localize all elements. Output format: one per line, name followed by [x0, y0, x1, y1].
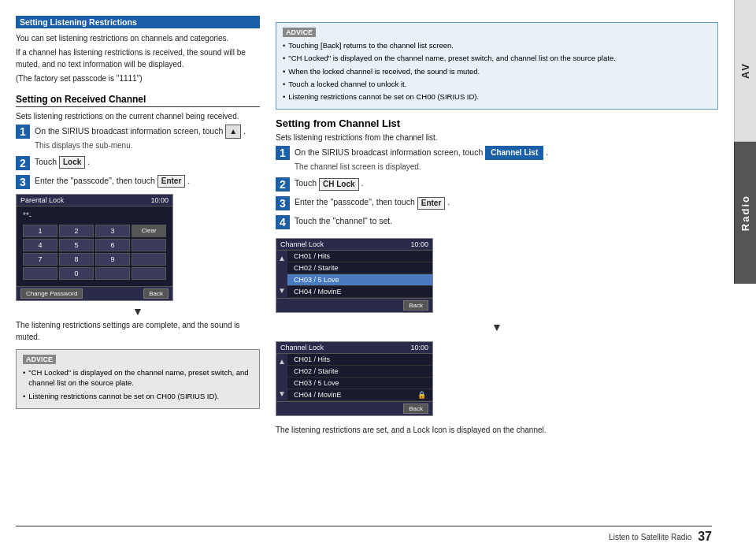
- num-1[interactable]: 1: [23, 225, 57, 237]
- right-step-2: 2 Touch CH Lock .: [276, 177, 718, 192]
- num-empty-2: [132, 253, 166, 266]
- num-7[interactable]: 7: [23, 253, 57, 266]
- parental-lock-screen: Parental Lock 10:00 **- 1 2 3 Clear 4 5 …: [16, 194, 173, 301]
- r-period-3: .: [447, 197, 450, 206]
- num-4[interactable]: 4: [23, 239, 57, 251]
- intro-text-2: If a channel has listening restrictions …: [16, 46, 260, 70]
- step-number-3: 3: [16, 175, 30, 189]
- right-step-content-1: On the SIRIUS broadcast information scre…: [295, 146, 718, 173]
- num-9[interactable]: 9: [95, 253, 130, 266]
- screen-bottom-back-button[interactable]: Back: [403, 404, 428, 414]
- parental-back-button[interactable]: Back: [143, 288, 169, 299]
- num-6[interactable]: 6: [95, 239, 130, 251]
- step-number-1: 1: [16, 125, 30, 139]
- ch02-name-top: CH02 / Starite: [294, 264, 339, 272]
- period-3: .: [187, 176, 190, 185]
- left-advice-text-1: "CH Locked" is displayed on the channel …: [28, 367, 253, 389]
- subsection-desc: Sets listening restrictions on the curre…: [16, 110, 260, 122]
- num-8[interactable]: 8: [59, 253, 94, 266]
- r-bullet-2: •: [283, 53, 285, 63]
- right-advice-text-2: "CH Locked" is displayed on the channel …: [288, 53, 616, 63]
- ch02-name-bottom: CH02 / Starite: [294, 367, 339, 375]
- screen-top-header: Channel Lock 10:00: [276, 239, 432, 251]
- down-arrow-right: ▼: [276, 321, 718, 333]
- subsection-header: Setting on Received Channel: [16, 94, 260, 107]
- channel-lock-screen-top: Channel Lock 10:00 ▲ ▼ CH01 / Hits: [276, 238, 433, 313]
- parental-time: 10:00: [150, 196, 169, 204]
- right-step-number-2: 2: [276, 177, 290, 192]
- right-section-desc: Sets listening restrictions from the cha…: [276, 132, 718, 143]
- bullet-2: •: [23, 391, 25, 401]
- channel-list-button[interactable]: Channel List: [485, 146, 543, 160]
- right-step-number-3: 3: [276, 196, 290, 210]
- channel-row-ch03-bottom[interactable]: CH03 / 5 Love: [287, 378, 432, 389]
- right-advice-box: ADVICE • Touching [Back] returns to the …: [276, 22, 718, 110]
- intro-text-3: (The factory set passcode is "1111"): [16, 73, 260, 84]
- up-nav-icon-b[interactable]: ▲: [278, 357, 286, 366]
- right-advice-item-1: • Touching [Back] returns to the channel…: [283, 40, 711, 50]
- channel-row-ch02-bottom[interactable]: CH02 / Starite: [287, 366, 432, 378]
- left-advice-box: ADVICE • "CH Locked" is displayed on the…: [16, 349, 260, 409]
- channel-row-ch03-top[interactable]: CH03 / 5 Love: [287, 274, 432, 286]
- num-2[interactable]: 2: [59, 225, 94, 237]
- screen-bottom-header: Channel Lock 10:00: [276, 342, 432, 354]
- right-step-content-4: Touch the "channel" to set.: [295, 215, 718, 227]
- right-step-3: 3 Enter the "passcode", then touch Enter…: [276, 196, 718, 210]
- bottom-bar: Listen to Satellite Radio 37: [16, 526, 712, 544]
- step-sub-1: This displays the sub-menu.: [35, 140, 260, 151]
- ch01-name-top: CH01 / Hits: [294, 252, 330, 260]
- channel-row-ch04-bottom[interactable]: CH04 / MovinE 🔒: [287, 389, 432, 401]
- right-step-text-2: Touch: [295, 178, 319, 188]
- page-container: Setting Listening Restrictions You can s…: [0, 0, 756, 558]
- after-screen-text: The listening restrictions settings are …: [16, 319, 260, 343]
- up-nav-icon[interactable]: ▲: [278, 254, 286, 262]
- screen-top-body: ▲ ▼ CH01 / Hits CH02 / Starite: [276, 251, 432, 298]
- side-tabs: AV Radio: [734, 0, 756, 558]
- channel-row-ch01-bottom[interactable]: CH01 / Hits: [287, 354, 432, 366]
- ch03-name-top: CH03 / 5 Love: [294, 276, 339, 284]
- period-1: .: [243, 126, 246, 136]
- left-step-1: 1 On the SIRIUS broadcast information sc…: [16, 125, 260, 151]
- step-text-3: Enter the "passcode", then touch: [35, 176, 158, 185]
- num-3[interactable]: 3: [95, 225, 130, 237]
- channel-row-ch01-top[interactable]: CH01 / Hits: [287, 251, 432, 262]
- enter-button-right[interactable]: Enter: [417, 197, 446, 210]
- num-5[interactable]: 5: [59, 239, 94, 251]
- tab-av[interactable]: AV: [734, 0, 756, 142]
- channel-row-ch04-top[interactable]: CH04 / MovinE: [287, 286, 432, 298]
- r-bullet-1: •: [283, 40, 285, 50]
- step-content-2: Touch Lock .: [35, 156, 260, 169]
- period-2: .: [87, 157, 90, 166]
- channel-row-ch02-top[interactable]: CH02 / Starite: [287, 262, 432, 274]
- content-columns: Setting Listening Restrictions You can s…: [16, 16, 718, 534]
- parental-footer: Change Password Back: [17, 286, 172, 300]
- screen-top-time: 10:00: [410, 240, 428, 248]
- tab-radio[interactable]: Radio: [734, 142, 756, 284]
- left-advice-item-2: • Listening restrictions cannot be set o…: [23, 391, 253, 401]
- change-password-button[interactable]: Change Password: [20, 288, 83, 299]
- lock-button[interactable]: Lock: [59, 156, 85, 169]
- right-advice-item-2: • "CH Locked" is displayed on the channe…: [283, 53, 711, 63]
- ch03-name-bottom: CH03 / 5 Love: [294, 379, 339, 387]
- left-advice-item-1: • "CH Locked" is displayed on the channe…: [23, 367, 253, 389]
- channel-screens-container: Channel Lock 10:00 ▲ ▼ CH01 / Hits: [276, 234, 718, 317]
- down-nav-icon-b[interactable]: ▼: [278, 389, 286, 398]
- ch-lock-button[interactable]: CH Lock: [319, 178, 359, 191]
- enter-button-left[interactable]: Enter: [158, 175, 186, 188]
- num-0[interactable]: 0: [59, 267, 94, 280]
- nav-arrows-left: ▲ ▼: [276, 251, 287, 298]
- down-nav-icon[interactable]: ▼: [278, 286, 286, 295]
- clear-button[interactable]: Clear: [132, 225, 166, 237]
- right-advice-item-4: • Touch a locked channel to unlock it.: [283, 79, 711, 89]
- right-step-text-3: Enter the "passcode", then touch: [295, 197, 417, 206]
- screen-top-back-button[interactable]: Back: [403, 300, 428, 311]
- right-advice-header: ADVICE: [283, 28, 316, 37]
- tab-av-label: AV: [739, 62, 751, 79]
- main-content: Setting Listening Restrictions You can s…: [0, 0, 734, 558]
- ch04-name-top: CH04 / MovinE: [294, 288, 342, 296]
- ch04-name-bottom: CH04 / MovinE: [294, 391, 342, 399]
- right-advice-text-4: Touch a locked channel to unlock it.: [288, 79, 406, 89]
- down-arrow-left: ▼: [16, 305, 260, 318]
- up-arrow-button[interactable]: ▲: [225, 125, 241, 139]
- right-step-number-1: 1: [276, 146, 290, 160]
